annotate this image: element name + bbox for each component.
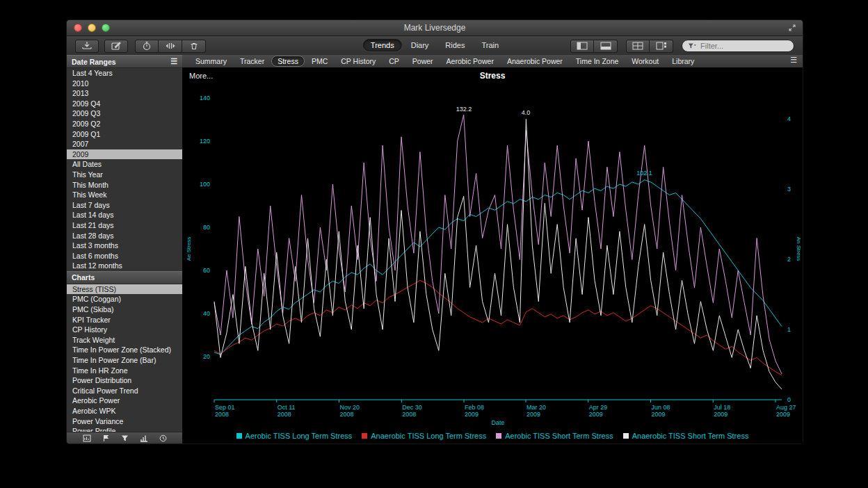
summary-view-icon[interactable] <box>83 434 91 442</box>
tab-pmc[interactable]: PMC <box>305 56 334 67</box>
chart-kpi-tracker[interactable]: KPI Tracker <box>67 315 182 325</box>
tabbed-view-button[interactable] <box>650 40 673 53</box>
stress-chart-plot: Sep 012008Oct 112008Nov 202008Dec 302008… <box>182 67 803 444</box>
chart-time-in-hr-zone[interactable]: Time In HR Zone <box>67 366 182 376</box>
date-range-last-14-days[interactable]: Last 14 days <box>67 210 182 220</box>
tab-menu-icon[interactable]: ☰ <box>790 56 797 64</box>
charts-list: Stress (TISS)PMC (Coggan)PMC (Skiba)KPI … <box>67 284 182 437</box>
date-range-last-4-years[interactable]: Last 4 Years <box>67 68 182 79</box>
zoom-button[interactable] <box>102 24 110 32</box>
tab-workout[interactable]: Workout <box>625 56 665 67</box>
minimize-button[interactable] <box>88 24 96 32</box>
date-range-2009-q4[interactable]: 2009 Q4 <box>67 99 182 109</box>
svg-text:Mar 20: Mar 20 <box>527 404 546 411</box>
tab-cp[interactable]: CP <box>383 56 405 67</box>
date-range-2007[interactable]: 2007 <box>67 139 182 149</box>
tab-tracker[interactable]: Tracker <box>234 56 271 67</box>
date-range-this-month[interactable]: This Month <box>67 180 182 190</box>
chart-power-variance[interactable]: Power Variance <box>67 416 182 427</box>
svg-text:Date: Date <box>491 419 504 426</box>
svg-text:2009: 2009 <box>652 411 666 418</box>
svg-text:2008: 2008 <box>278 411 291 418</box>
tab-power[interactable]: Power <box>406 56 440 67</box>
date-range-2013[interactable]: 2013 <box>67 88 182 99</box>
date-range-last-21-days[interactable]: Last 21 days <box>67 220 182 231</box>
svg-text:2009: 2009 <box>527 411 540 418</box>
date-range-last-3-months[interactable]: Last 3 months <box>67 241 182 251</box>
svg-text:4: 4 <box>787 115 791 122</box>
date-range-2009[interactable]: 2009 <box>67 149 182 160</box>
tab-summary[interactable]: Summary <box>189 56 233 67</box>
date-range-this-week[interactable]: This Week <box>67 190 182 200</box>
chart-power-distribution[interactable]: Power Distribution <box>67 375 182 386</box>
charts-header-label: Charts <box>72 273 95 282</box>
chart-critical-power-trend[interactable]: Critical Power Trend <box>67 386 182 396</box>
date-range-last-28-days[interactable]: Last 28 days <box>67 231 182 241</box>
segment-train[interactable]: Train <box>474 39 506 51</box>
chart-cp-history[interactable]: CP History <box>67 325 182 335</box>
filter-funnel-icon <box>688 42 696 49</box>
tab-aerobic-power[interactable]: Aerobic Power <box>440 56 500 67</box>
legend-swatch <box>496 433 501 439</box>
svg-text:An Stress: An Stress <box>796 237 802 261</box>
stopwatch-button[interactable] <box>135 40 159 53</box>
sidebar-toggle-button[interactable] <box>570 40 594 53</box>
left-pane-icon <box>577 42 588 50</box>
date-range-2009-q2[interactable]: 2009 Q2 <box>67 119 182 129</box>
date-ranges-header-label: Date Ranges <box>72 58 116 66</box>
date-ranges-header[interactable]: Date Ranges ☰ <box>67 55 182 68</box>
svg-text:2009: 2009 <box>465 411 479 418</box>
main-panel: SummaryTrackerStressPMCCP HistoryCPPower… <box>182 55 803 444</box>
fullscreen-icon[interactable] <box>787 23 797 33</box>
date-range-this-year[interactable]: This Year <box>67 170 182 180</box>
tiled-view-button[interactable] <box>626 40 650 53</box>
chart-aerobic-wpk[interactable]: Aerobic WPK <box>67 406 182 416</box>
delete-button[interactable] <box>182 40 206 53</box>
charts-header[interactable]: Charts <box>67 271 182 284</box>
segment-diary[interactable]: Diary <box>403 39 437 51</box>
chart-aerobic-power[interactable]: Aerobic Power <box>67 396 182 406</box>
svg-text:Sep 01: Sep 01 <box>215 404 235 411</box>
chart-time-in-power-zone-stacked[interactable]: Time In Power Zone (Stacked) <box>67 345 182 355</box>
legend-label: Aerobic TISS Long Term Stress <box>246 432 353 440</box>
filter-icon[interactable] <box>121 434 129 442</box>
tab-stress[interactable]: Stress <box>271 56 305 67</box>
date-ranges-menu-icon[interactable]: ☰ <box>170 58 177 65</box>
tab-library[interactable]: Library <box>666 56 700 67</box>
intervals-button[interactable] <box>159 40 182 53</box>
svg-text:Oct 11: Oct 11 <box>278 404 296 411</box>
close-button[interactable] <box>74 24 82 32</box>
segment-trends[interactable]: Trends <box>363 39 402 51</box>
date-range-2009-q1[interactable]: 2009 Q1 <box>67 129 182 140</box>
legend-swatch <box>623 433 629 439</box>
stress-chart-panel: More... Stress Sep 012008Oct 112008Nov 2… <box>182 67 803 444</box>
edit-button[interactable] <box>104 40 128 53</box>
date-range-last-12-months[interactable]: Last 12 months <box>67 261 182 271</box>
date-range-last-6-months[interactable]: Last 6 months <box>67 251 182 261</box>
bookmark-flag-icon[interactable] <box>102 434 110 442</box>
chart-pmc-skiba[interactable]: PMC (Skiba) <box>67 304 182 315</box>
chart-track-weight[interactable]: Track Weight <box>67 335 182 345</box>
filter-input[interactable] <box>699 41 788 51</box>
date-range-all-dates[interactable]: All Dates <box>67 159 182 170</box>
date-range-2010[interactable]: 2010 <box>67 79 182 89</box>
sidebar-bottom-bar <box>67 432 182 444</box>
clock-icon[interactable] <box>159 434 167 442</box>
tab-anaerobic-power[interactable]: Anaerobic Power <box>501 56 569 67</box>
download-button[interactable] <box>75 40 99 53</box>
chart-stress-tiss[interactable]: Stress (TISS) <box>67 284 182 295</box>
bar-chart-icon[interactable] <box>140 434 148 442</box>
date-range-2009-q3[interactable]: 2009 Q3 <box>67 108 182 119</box>
date-range-last-7-days[interactable]: Last 7 days <box>67 200 182 211</box>
legend-swatch <box>362 433 367 439</box>
segment-rides[interactable]: Rides <box>437 39 472 51</box>
legend-swatch <box>236 433 242 439</box>
tab-cp-history[interactable]: CP History <box>335 56 382 67</box>
chart-time-in-power-zone-bar[interactable]: Time In Power Zone (Bar) <box>67 355 182 366</box>
chart-pmc-coggan[interactable]: PMC (Coggan) <box>67 294 182 304</box>
lowbar-toggle-button[interactable] <box>594 40 618 53</box>
intervals-icon <box>165 42 176 50</box>
tab-time-in-zone[interactable]: Time In Zone <box>570 56 625 67</box>
edit-icon <box>111 41 122 51</box>
tabbed-view-icon <box>656 42 667 50</box>
